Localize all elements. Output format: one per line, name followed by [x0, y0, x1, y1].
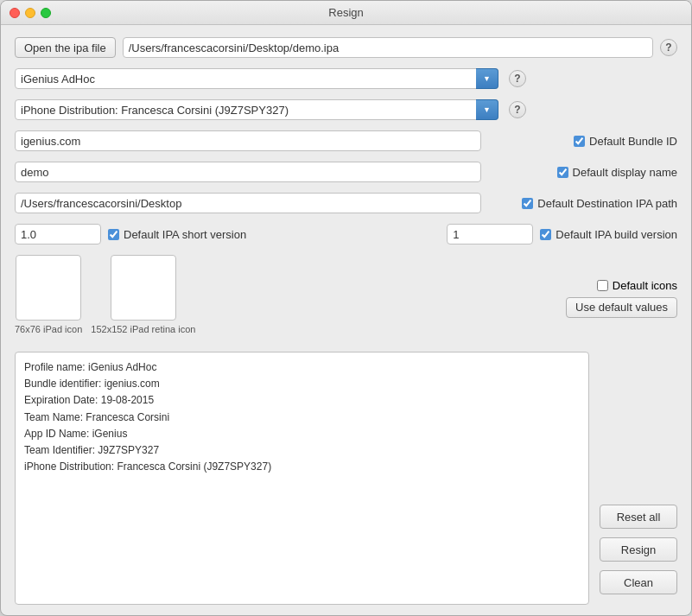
bundle-id-row: Default Bundle ID [15, 130, 677, 151]
icon-152-placeholder[interactable] [111, 255, 176, 321]
icon-152-box: 152x152 iPad retina icon [91, 255, 195, 334]
icon-76-box: 76x76 iPad icon [15, 255, 82, 334]
resign-button[interactable]: Resign [600, 537, 677, 562]
info-line-8: iPhone Distribution: Francesca Corsini (… [24, 459, 580, 475]
bundle-id-default-checkbox[interactable] [574, 136, 585, 147]
cert-select-container: iPhone Distribution: Francesca Corsini (… [15, 99, 498, 120]
info-line-5: App ID Name: iGenius [24, 426, 580, 442]
info-line-1: Profile name: iGenius AdHoc [24, 359, 580, 376]
main-content: Open the ipa file ? iGenius AdHoc ? iPho… [1, 25, 691, 615]
info-line-6: Team Identifier: J9Z7SPY327 [24, 442, 580, 459]
icons-container: 76x76 iPad icon 152x152 iPad retina icon [15, 255, 195, 334]
short-version-default-label: Default IPA short version [124, 228, 246, 241]
maximize-button[interactable] [41, 8, 51, 18]
short-version-default-group: Default IPA short version [108, 228, 246, 241]
destination-row: Default Destination IPA path [15, 193, 677, 213]
default-icons-checkbox[interactable] [597, 280, 608, 291]
display-name-row: Default display name [15, 162, 677, 182]
bundle-id-default-group: Default Bundle ID [574, 135, 677, 148]
icon-152-label: 152x152 iPad retina icon [91, 324, 195, 334]
bottom-wrapper: Profile name: iGenius AdHoc Bundle ident… [15, 352, 677, 615]
icons-row: 76x76 iPad icon 152x152 iPad retina icon… [15, 255, 677, 341]
reset-all-button[interactable]: Reset all [600, 505, 677, 529]
ipa-path-input[interactable] [123, 37, 653, 58]
main-window: Resign Open the ipa file ? iGenius AdHoc… [0, 0, 692, 616]
use-defaults-button[interactable]: Use default values [566, 297, 677, 318]
bundle-id-input[interactable] [15, 130, 481, 151]
cert-help-button[interactable]: ? [509, 101, 526, 118]
bundle-id-default-label: Default Bundle ID [589, 135, 677, 148]
icon-76-label: 76x76 iPad icon [15, 324, 82, 334]
minimize-button[interactable] [25, 8, 35, 18]
close-button[interactable] [10, 8, 20, 18]
short-version-default-checkbox[interactable] [108, 229, 119, 240]
ipa-row: Open the ipa file ? [15, 37, 677, 58]
short-version-input[interactable] [15, 224, 101, 244]
ipa-help-button[interactable]: ? [660, 39, 677, 56]
display-name-default-label: Default display name [573, 166, 677, 179]
build-version-default-label: Default IPA build version [556, 228, 677, 241]
profile-dropdown-arrow[interactable] [476, 68, 498, 89]
build-version-default-checkbox[interactable] [540, 229, 551, 240]
display-name-input[interactable] [15, 162, 481, 182]
clean-button[interactable]: Clean [600, 570, 677, 594]
version-row: Default IPA short version Default IPA bu… [15, 224, 677, 244]
window-title: Resign [328, 6, 363, 19]
info-panel: Profile name: iGenius AdHoc Bundle ident… [15, 352, 589, 605]
default-icons-label: Default icons [613, 279, 677, 292]
icon-76-placeholder[interactable] [16, 255, 81, 321]
build-version-input[interactable] [447, 224, 533, 244]
default-icons-group: Default icons [597, 279, 677, 292]
profile-select[interactable]: iGenius AdHoc [15, 68, 498, 89]
display-name-default-group: Default display name [557, 166, 677, 179]
info-line-4: Team Name: Francesca Corsini [24, 410, 580, 426]
destination-default-label: Default Destination IPA path [537, 197, 677, 210]
build-version-default-group: Default IPA build version [540, 228, 677, 241]
traffic-lights [10, 8, 51, 18]
destination-default-checkbox[interactable] [522, 198, 533, 209]
cert-dropdown-arrow[interactable] [476, 99, 498, 120]
profile-select-container: iGenius AdHoc [15, 68, 498, 89]
titlebar: Resign [1, 1, 691, 25]
cert-select[interactable]: iPhone Distribution: Francesca Corsini (… [15, 99, 498, 120]
info-line-3: Expiration Date: 19-08-2015 [24, 392, 580, 409]
icons-right-controls: Default icons Use default values [566, 279, 677, 318]
profile-help-button[interactable]: ? [509, 70, 526, 87]
action-buttons: Reset all Resign Clean [589, 352, 677, 605]
destination-default-group: Default Destination IPA path [522, 197, 677, 210]
open-ipa-button[interactable]: Open the ipa file [15, 37, 116, 58]
destination-input[interactable] [15, 193, 481, 213]
display-name-default-checkbox[interactable] [557, 167, 568, 178]
certificate-row: iPhone Distribution: Francesca Corsini (… [15, 99, 677, 120]
info-line-2: Bundle identifier: igenius.com [24, 376, 580, 392]
profile-row: iGenius AdHoc ? [15, 68, 677, 89]
